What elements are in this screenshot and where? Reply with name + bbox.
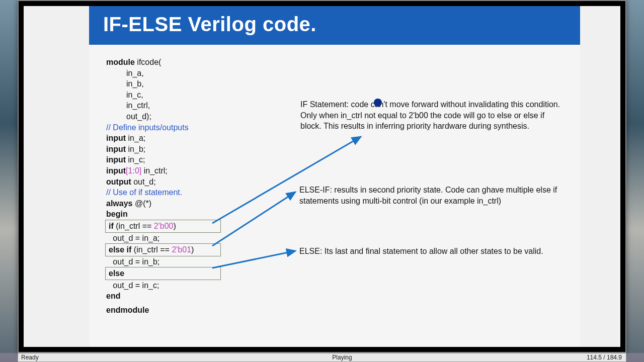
status-left: Ready bbox=[18, 354, 119, 361]
kw-if: if bbox=[109, 222, 114, 230]
assign-b: out_d = in_b; bbox=[106, 256, 277, 267]
assign-c: out_d = in_c; bbox=[106, 280, 277, 291]
slide-body: module ifcode( in_a, in_b, in_c, in_ctrl… bbox=[89, 45, 580, 345]
status-right: 114.5 / 184.9 bbox=[566, 354, 626, 361]
kw-begin: begin bbox=[106, 209, 277, 220]
assign-a: out_d = in_a; bbox=[106, 233, 277, 244]
kw-else: else bbox=[109, 269, 124, 278]
kw-module: module bbox=[106, 58, 135, 66]
kw-elseif: else if bbox=[109, 245, 131, 254]
bit-range: [1:0] bbox=[126, 166, 141, 175]
port: in_c, bbox=[106, 89, 277, 101]
video-content: IF-ELSE Verilog code. module ifcode( in_… bbox=[24, 6, 620, 347]
kw-input: input bbox=[106, 155, 126, 164]
elseif-box: else if (in_ctrl == 2'b01) bbox=[105, 243, 221, 256]
player-frame: IF-ELSE Verilog code. module ifcode( in_… bbox=[18, 0, 626, 353]
port: in_a, bbox=[106, 68, 277, 79]
kw-input: input bbox=[106, 134, 126, 142]
port: in_b, bbox=[106, 78, 277, 89]
status-center: Playing bbox=[119, 354, 566, 361]
annotation-if: IF Statement: code can't move forward wi… bbox=[300, 99, 567, 132]
kw-always: always bbox=[106, 199, 132, 208]
comment-use: // Use of if statement. bbox=[106, 187, 277, 198]
desktop-left-strip bbox=[0, 0, 18, 353]
desktop-right-strip bbox=[626, 0, 644, 353]
kw-input: input bbox=[106, 145, 126, 153]
module-name: ifcode( bbox=[135, 58, 161, 66]
code-block: module ifcode( in_a, in_b, in_c, in_ctrl… bbox=[106, 57, 277, 316]
presentation-slide: IF-ELSE Verilog code. module ifcode( in_… bbox=[89, 6, 580, 347]
slide-title: IF-ELSE Verilog code. bbox=[89, 6, 580, 45]
annotation-else: ELSE: Its last and final statement to al… bbox=[299, 246, 566, 257]
kw-input: input bbox=[106, 166, 126, 175]
else-box: else bbox=[105, 267, 221, 280]
annotation-elseif: ELSE-IF: results in second priority stat… bbox=[299, 185, 566, 206]
comment-define: // Define inputs/outputs bbox=[106, 122, 277, 133]
port: in_ctrl, bbox=[106, 100, 277, 111]
if-box: if (in_ctrl == 2'b00) bbox=[105, 220, 221, 233]
kw-output: output bbox=[106, 177, 131, 186]
status-bar: Ready Playing 114.5 / 184.9 bbox=[18, 353, 626, 362]
port: out_d); bbox=[106, 111, 277, 122]
cursor-dot-icon bbox=[374, 99, 382, 107]
kw-end: end bbox=[106, 291, 277, 302]
kw-endmodule: endmodule bbox=[106, 305, 277, 316]
